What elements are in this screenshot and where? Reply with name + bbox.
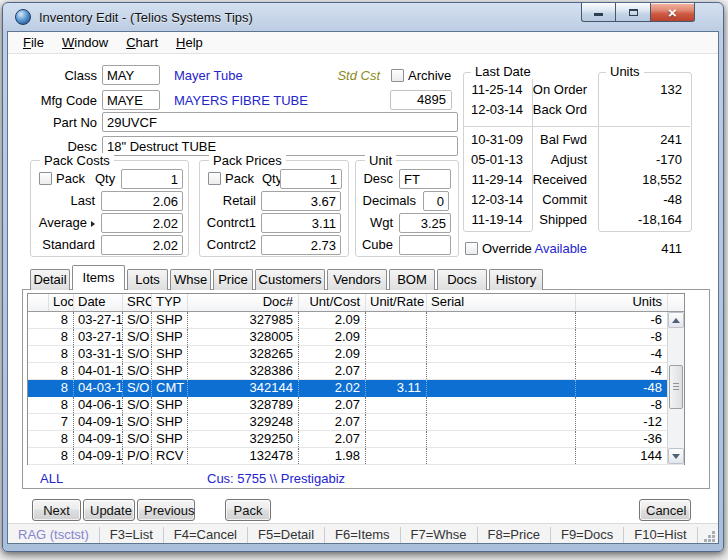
tab-lots[interactable]: Lots	[127, 269, 168, 290]
maximize-icon	[629, 9, 638, 16]
unit-cube-field[interactable]	[399, 235, 451, 255]
main-content: Class Mayer Tube Std Cst Archive Mfg Cod…	[8, 54, 718, 523]
class-field[interactable]	[102, 65, 160, 85]
activity-units-commit: -48	[598, 192, 688, 207]
part-no-label: Part No	[22, 115, 97, 130]
override-checkbox[interactable]	[465, 242, 478, 255]
tab-price[interactable]: Price	[213, 269, 253, 290]
menu-help[interactable]: Help	[167, 33, 212, 52]
window-title: Inventory Edit - (Telios Systems Tips)	[39, 10, 253, 25]
tab-detail[interactable]: Detail	[30, 269, 70, 290]
fkey-hint-f7: F7=Whse	[401, 527, 478, 543]
grid-row[interactable]: 804-09-14S/OSHP3292502.07-36	[28, 431, 684, 448]
tab-items[interactable]: Items	[72, 265, 125, 290]
grid-header-cap	[667, 294, 684, 311]
unit-desc-field[interactable]	[399, 169, 451, 189]
activity-label-bal-fwd: Bal Fwd	[502, 132, 587, 147]
title-bar[interactable]: Inventory Edit - (Telios Systems Tips) ×	[7, 3, 719, 31]
grid-row[interactable]: 803-27-14S/OSHP3280052.09-8	[28, 329, 684, 346]
last-field[interactable]	[101, 191, 183, 211]
grid-row[interactable]: 804-01-14S/OSHP3283862.07-4	[28, 363, 684, 380]
previous-button[interactable]: Previous	[137, 499, 195, 521]
menu-window[interactable]: Window	[53, 33, 117, 52]
scroll-up-button[interactable]	[668, 312, 684, 328]
close-button[interactable]: ×	[650, 3, 695, 22]
grid-header-doc-[interactable]: Doc#	[187, 294, 298, 311]
minimize-icon	[594, 13, 603, 16]
scroll-thumb[interactable]	[669, 365, 683, 409]
qty-field[interactable]	[280, 169, 342, 189]
client-area: FileWindowChartHelp Class Mayer Tube Std…	[7, 31, 719, 544]
next-button[interactable]: Next	[32, 499, 81, 521]
unit-wgt-field[interactable]	[399, 213, 451, 233]
menu-chart[interactable]: Chart	[117, 33, 167, 52]
tab-history[interactable]: History	[489, 269, 543, 290]
average-field[interactable]	[101, 213, 183, 233]
class-description: Mayer Tube	[174, 68, 243, 83]
grid-row[interactable]: 803-27-14S/OSHP3279852.09-6	[28, 312, 684, 329]
vertical-scrollbar[interactable]	[667, 312, 684, 464]
scroll-down-button[interactable]	[668, 448, 684, 464]
grid-row[interactable]: 704-09-14S/OSHP3292482.07-12	[28, 414, 684, 431]
tab-whse[interactable]: Whse	[170, 269, 211, 290]
unit-decimals-field[interactable]	[423, 191, 449, 211]
pack-checkbox[interactable]	[208, 172, 221, 185]
units-legend: Units	[606, 64, 644, 79]
menu-file[interactable]: File	[14, 33, 53, 52]
arrow-down-icon	[672, 454, 680, 459]
standard-label: Standard	[31, 237, 95, 252]
grid-row[interactable]: 803-31-14S/OSHP3282652.09-4	[28, 346, 684, 363]
tab-bom[interactable]: BOM	[389, 269, 435, 290]
pack-label: Pack	[56, 171, 85, 186]
items-grid: LocDateSRCTYPDoc#Unt/CostUnit/RateSerial…	[27, 293, 685, 465]
pack-costs-legend: Pack Costs	[40, 153, 114, 168]
activity-separator	[463, 126, 690, 127]
grid-header-units[interactable]: Units	[575, 294, 667, 311]
tab-customers[interactable]: Customers	[255, 269, 325, 290]
mfg-description: MAYERS FIBRE TUBE	[174, 93, 308, 108]
activity-label-received: Received	[502, 172, 587, 187]
pack-prices-group: PackQtyRetailContrct1Contrct2	[199, 160, 349, 257]
pack-checkbox[interactable]	[39, 172, 52, 185]
maximize-button[interactable]	[616, 3, 650, 22]
grid-header-loc[interactable]: Loc	[48, 294, 73, 311]
grid-row[interactable]: 804-03-14S/OCMT3421442.023.11-48	[28, 380, 684, 397]
last-date-legend: Last Date	[471, 64, 535, 79]
grid-header: LocDateSRCTYPDoc#Unt/CostUnit/RateSerial…	[28, 294, 684, 312]
grid-header-typ[interactable]: TYP	[151, 294, 187, 311]
activity-units-shipped: -18,164	[598, 212, 688, 227]
minimize-button[interactable]	[581, 3, 616, 22]
grid-header-unt-cost[interactable]: Unt/Cost	[298, 294, 365, 311]
arrow-up-icon	[672, 318, 680, 323]
grid-row[interactable]: 804-09-14P/ORCV1324781.98144	[28, 448, 684, 465]
activity-label-adjust: Adjust	[502, 152, 587, 167]
close-icon: ×	[668, 5, 677, 20]
resize-grip[interactable]	[712, 539, 715, 542]
tab-vendors[interactable]: Vendors	[327, 269, 387, 290]
grid-row[interactable]: 804-06-14S/OSHP3287892.07-8	[28, 397, 684, 414]
part-no-field[interactable]	[102, 112, 458, 132]
session-label: RAG (tsctst)	[8, 527, 100, 543]
pack-button[interactable]: Pack	[225, 499, 271, 521]
grid-header-gutter	[28, 294, 48, 311]
activity-label-shipped: Shipped	[502, 212, 587, 227]
contrct2-field[interactable]	[261, 235, 341, 255]
grid-header-serial[interactable]: Serial	[426, 294, 575, 311]
contrct1-field[interactable]	[261, 213, 341, 233]
archive-checkbox[interactable]	[391, 69, 404, 82]
tab-docs[interactable]: Docs	[437, 269, 487, 290]
flyout-arrow-icon	[91, 221, 95, 227]
std-cst-label: Std Cst	[332, 68, 380, 83]
grid-header-src[interactable]: SRC	[122, 294, 151, 311]
update-button[interactable]: Update	[83, 499, 135, 521]
unit-decimals-label: Decimals	[356, 193, 416, 208]
retail-field[interactable]	[261, 191, 341, 211]
cancel-button[interactable]: Cancel	[639, 499, 691, 521]
grid-header-date[interactable]: Date	[73, 294, 122, 311]
mfg-code-field[interactable]	[102, 90, 160, 110]
standard-field[interactable]	[101, 235, 183, 255]
qty-field[interactable]	[121, 169, 183, 189]
fkey-hint-f9: F9=Docs	[551, 527, 624, 543]
activity-units-received: 18,552	[598, 172, 688, 187]
grid-header-unit-rate[interactable]: Unit/Rate	[365, 294, 426, 311]
